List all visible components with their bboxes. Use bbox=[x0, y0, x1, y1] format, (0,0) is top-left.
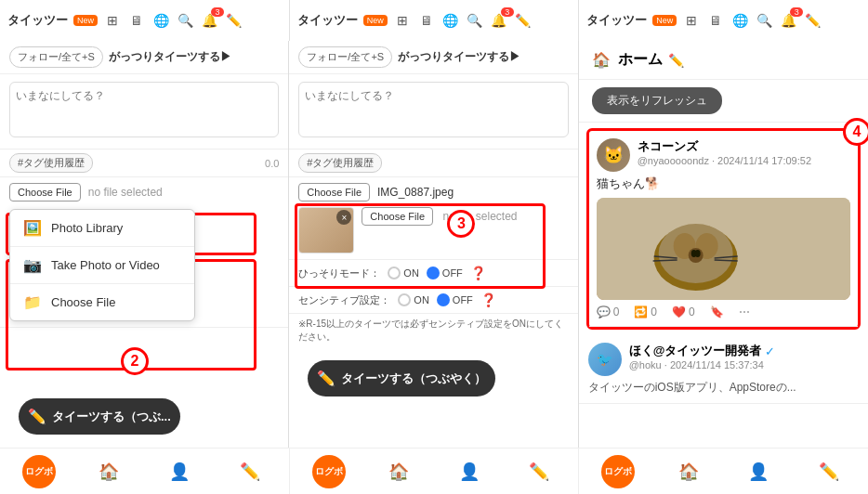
panel-1-content: フォロー/全て+S がっつりタイーツする▶ #タグ使用履歴 0.0 Choose… bbox=[0, 41, 289, 448]
edit-icon-3[interactable]: ✏️ bbox=[803, 11, 822, 30]
main-content: フォロー/全て+S がっつりタイーツする▶ #タグ使用履歴 0.0 Choose… bbox=[0, 41, 868, 448]
dropdown-choose-file-label: Choose File bbox=[51, 295, 115, 309]
tweet-prompt-1[interactable]: がっつりタイーツする▶ bbox=[109, 49, 231, 65]
profile-button-2[interactable]: 👤 bbox=[453, 455, 486, 488]
tweet-1-username: ネコーンズ bbox=[638, 138, 850, 155]
hissori-on-radio[interactable] bbox=[388, 266, 401, 280]
search-icon-3[interactable]: 🔍 bbox=[755, 11, 773, 30]
bell-wrapper-3[interactable]: 🔔 3 bbox=[779, 11, 797, 30]
tweet-button-2[interactable]: ✏️ タイーツする（つぶやく） bbox=[308, 360, 495, 396]
home-edit-icon[interactable]: ✏️ bbox=[668, 53, 684, 68]
compose-area-1 bbox=[0, 74, 288, 150]
monitor-icon-3[interactable]: 🖥 bbox=[706, 11, 725, 30]
sensitive-on-option[interactable]: ON bbox=[398, 293, 429, 306]
retweet-icon-1: 🔁 bbox=[634, 306, 648, 318]
logbo-button-2[interactable]: ログボ bbox=[312, 455, 346, 488]
follow-button-2[interactable]: フォロー/全て+S bbox=[298, 46, 392, 68]
tweet-2-username-row: ほく@タイッツー開発者 ✓ bbox=[629, 343, 859, 359]
folder-icon: 📁 bbox=[23, 293, 42, 311]
grid-icon-1[interactable]: ⊞ bbox=[103, 11, 122, 30]
tweet-btn-wrapper-1: ✏️ タイーツする（つぶ... bbox=[0, 385, 288, 448]
dropdown-take-photo[interactable]: 📷 Take Photo or Video bbox=[10, 247, 194, 284]
choose-file-button-2a[interactable]: Choose File bbox=[298, 183, 370, 202]
panel-3-content: 🏠 ホーム ✏️ 表示をリフレッシュ 🐱 ネコーンズ bbox=[579, 41, 868, 448]
topbar-panel1: タイッツー New ⊞ 🖥 🌐 🔍 🔔 3 ✏️ bbox=[0, 0, 290, 41]
follow-button-1[interactable]: フォロー/全て+S bbox=[9, 46, 103, 68]
home-icon-2: 🏠 bbox=[388, 462, 409, 482]
tweet-2-timestamp: 2024/11/14 15:37:34 bbox=[670, 359, 764, 370]
globe-icon-1[interactable]: 🌐 bbox=[151, 11, 170, 30]
search-icon-1[interactable]: 🔍 bbox=[176, 11, 194, 30]
bottom-navigation: ログボ 🏠 👤 ✏️ ログボ 🏠 👤 ✏️ ログボ 🏠 bbox=[0, 448, 868, 494]
retweet-count-1: 0 bbox=[651, 306, 657, 318]
tweet-button-1[interactable]: ✏️ タイーツする（つぶ... bbox=[19, 398, 180, 435]
tweet-card-2: 🐦 ほく@タイッツー開発者 ✓ @hoku · 2024/11/14 15:37… bbox=[579, 335, 868, 404]
choose-file-button-2b[interactable]: Choose File bbox=[362, 207, 433, 226]
profile-button-3[interactable]: 👤 bbox=[742, 455, 775, 488]
home-button-1[interactable]: 🏠 bbox=[92, 455, 125, 488]
dropdown-choose-file[interactable]: 📁 Choose File bbox=[10, 284, 194, 320]
sensitive-off-option[interactable]: OFF bbox=[437, 293, 473, 306]
camera-icon: 📷 bbox=[23, 256, 42, 274]
tweet-1-actions: 💬 0 🔁 0 ❤️ 0 🔖 bbox=[597, 306, 850, 318]
file-name-label: IMG_0887.jpeg bbox=[377, 186, 454, 199]
tag-bar-2: #タグ使用履歴 bbox=[289, 150, 577, 177]
refresh-button[interactable]: 表示をリフレッシュ bbox=[592, 87, 722, 114]
sensitive-on-label: ON bbox=[414, 294, 429, 306]
choose-file-button-1[interactable]: Choose File bbox=[9, 183, 81, 202]
globe-icon-3[interactable]: 🌐 bbox=[730, 11, 749, 30]
hissori-off-option[interactable]: OFF bbox=[427, 266, 463, 280]
tweet-2-time: @hoku · 2024/11/14 15:37:34 bbox=[629, 359, 859, 370]
bookmark-action-1[interactable]: 🔖 bbox=[710, 306, 724, 318]
tag-history-btn-2[interactable]: #タグ使用履歴 bbox=[298, 153, 382, 173]
edit-icon-2[interactable]: ✏️ bbox=[514, 11, 533, 30]
more-action-1[interactable]: ⋯ bbox=[739, 306, 750, 318]
logbo-button-3[interactable]: ログボ bbox=[601, 455, 635, 488]
search-icon-2[interactable]: 🔍 bbox=[466, 11, 484, 30]
tweet-btn-icon-1: ✏️ bbox=[28, 408, 46, 425]
hissori-off-radio[interactable] bbox=[427, 266, 440, 280]
sensitive-row: センシティブ設定： ON OFF ❓ bbox=[289, 287, 577, 314]
more-icon-1: ⋯ bbox=[739, 306, 750, 318]
globe-icon-2[interactable]: 🌐 bbox=[441, 11, 460, 30]
bell-wrapper-2[interactable]: 🔔 3 bbox=[490, 11, 508, 30]
logbo-button-1[interactable]: ログボ bbox=[22, 455, 56, 488]
grid-icon-2[interactable]: ⊞ bbox=[393, 11, 412, 30]
retweet-action-1[interactable]: 🔁 0 bbox=[634, 306, 657, 318]
compose-button-2[interactable]: ✏️ bbox=[522, 455, 556, 488]
sensitive-on-radio[interactable] bbox=[398, 293, 411, 306]
profile-icon-2: 👤 bbox=[459, 462, 480, 482]
preview-close-button[interactable]: × bbox=[336, 210, 351, 225]
compose-button-3[interactable]: ✏️ bbox=[812, 455, 846, 488]
sensitive-help-icon[interactable]: ❓ bbox=[480, 292, 496, 307]
bell-wrapper-1[interactable]: 🔔 3 bbox=[200, 11, 218, 30]
like-action-1[interactable]: ❤️ 0 bbox=[672, 306, 695, 318]
logbo-label-2: ログボ bbox=[315, 465, 343, 478]
hissori-help-icon[interactable]: ❓ bbox=[470, 266, 486, 280]
tweet-prompt-2[interactable]: がっつりタイーツする▶ bbox=[398, 49, 520, 65]
hissori-on-option[interactable]: ON bbox=[388, 266, 419, 280]
hissori-on-label: ON bbox=[403, 267, 419, 279]
compose-textarea-1[interactable] bbox=[9, 82, 279, 137]
home-button-3[interactable]: 🏠 bbox=[672, 455, 705, 488]
tag-history-btn-1[interactable]: #タグ使用履歴 bbox=[9, 153, 93, 173]
monitor-icon-2[interactable]: 🖥 bbox=[417, 11, 436, 30]
bell-count-2: 3 bbox=[501, 7, 514, 17]
like-icon-1: ❤️ bbox=[672, 306, 686, 318]
reply-icon-1: 💬 bbox=[597, 306, 611, 318]
compose-textarea-2[interactable] bbox=[298, 82, 568, 137]
monitor-icon-1[interactable]: 🖥 bbox=[127, 11, 146, 30]
hissori-label: ひっそりモード： bbox=[298, 266, 380, 280]
topbar-panel3: タイッツー New ⊞ 🖥 🌐 🔍 🔔 3 ✏️ bbox=[579, 0, 868, 41]
home-button-2[interactable]: 🏠 bbox=[382, 455, 415, 488]
svg-line-11 bbox=[714, 260, 737, 261]
compose-button-1[interactable]: ✏️ bbox=[233, 455, 267, 488]
profile-button-1[interactable]: 👤 bbox=[163, 455, 196, 488]
edit-icon-1[interactable]: ✏️ bbox=[224, 11, 243, 30]
dropdown-photo-library[interactable]: 🖼️ Photo Library bbox=[10, 210, 194, 247]
dropdown-photo-library-label: Photo Library bbox=[51, 221, 123, 235]
bottom-nav-panel3: ログボ 🏠 👤 ✏️ bbox=[579, 448, 868, 494]
reply-action-1[interactable]: 💬 0 bbox=[597, 306, 620, 318]
sensitive-off-radio[interactable] bbox=[437, 293, 450, 306]
grid-icon-3[interactable]: ⊞ bbox=[682, 11, 701, 30]
